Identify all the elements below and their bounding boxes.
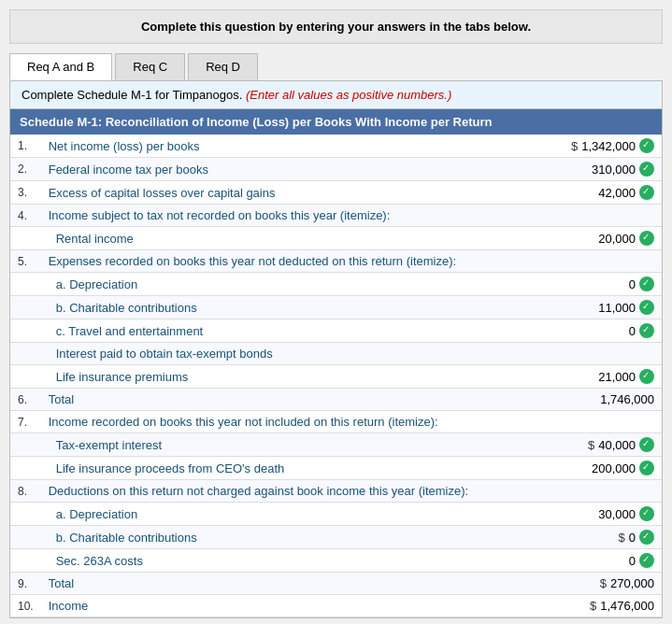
table-row: 2.Federal income tax per books310,000 [10, 158, 662, 181]
row-number: 10. [10, 595, 41, 617]
row-value[interactable]: 11,000 [512, 296, 662, 319]
tab-req-ab-label: Req A and B [27, 60, 94, 74]
row-label: Sec. 263A costs [41, 549, 512, 573]
check-icon [639, 138, 654, 153]
row-label: Federal income tax per books [41, 158, 512, 181]
check-icon [639, 553, 654, 568]
row-value[interactable]: 1,746,000 [512, 389, 662, 411]
check-icon [639, 277, 654, 291]
check-icon [639, 231, 654, 246]
row-value[interactable]: $40,000 [512, 433, 662, 457]
row-number [10, 273, 41, 296]
table-row: a. Depreciation0 [10, 273, 662, 296]
check-icon [639, 300, 654, 315]
row-number [10, 296, 41, 319]
table-row: 7.Income recorded on books this year not… [10, 411, 662, 433]
row-label: Income recorded on books this year not i… [41, 411, 512, 433]
value-text: 310,000 [592, 163, 636, 177]
table-row: c. Travel and entertainment0 [10, 319, 662, 343]
row-label: Net income (loss) per books [41, 135, 512, 158]
row-value [512, 343, 662, 365]
table-row: 1.Net income (loss) per books$1,342,000 [10, 135, 662, 158]
row-number [10, 227, 41, 250]
row-value[interactable]: 0 [512, 549, 662, 573]
row-label: Income subject to tax not recorded on bo… [41, 205, 512, 227]
row-label: Income [41, 595, 512, 617]
row-value[interactable]: $1,476,000 [512, 595, 662, 617]
dollar-sign: $ [619, 531, 625, 545]
dollar-sign: $ [600, 576, 607, 590]
row-number: 2. [10, 158, 41, 181]
row-value [512, 411, 662, 433]
row-value[interactable]: 42,000 [512, 181, 662, 205]
check-icon [639, 369, 654, 384]
schedule-table: Schedule M-1: Reconciliation of Income (… [10, 109, 662, 617]
value-text: 0 [629, 277, 636, 291]
row-value[interactable]: $1,342,000 [512, 135, 662, 158]
row-label: Total [41, 389, 512, 411]
value-text: 40,000 [598, 438, 636, 452]
row-label: Expenses recorded on books this year not… [41, 250, 512, 273]
row-number [10, 503, 41, 526]
table-row: Life insurance proceeds from CEO's death… [10, 457, 662, 480]
tab-req-d[interactable]: Req D [188, 53, 258, 80]
row-value [512, 480, 662, 503]
schedule-instruction-note: (Enter all values as positive numbers.) [246, 88, 451, 102]
dollar-sign: $ [590, 599, 596, 613]
row-value [512, 250, 662, 273]
schedule-instruction: Complete Schedule M-1 for Timpanogos. (E… [10, 81, 662, 109]
row-label: Life insurance proceeds from CEO's death [41, 457, 512, 480]
row-value[interactable]: 0 [512, 319, 662, 343]
tabs-bar: Req A and B Req C Req D [9, 53, 663, 80]
table-row: 8.Deductions on this return not charged … [10, 480, 662, 503]
table-row: 4.Income subject to tax not recorded on … [10, 205, 662, 227]
table-row: 9.Total$270,000 [10, 573, 662, 595]
table-row: Sec. 263A costs0 [10, 549, 662, 573]
table-row: Interest paid to obtain tax-exempt bonds [10, 343, 662, 365]
row-number [10, 549, 41, 573]
row-label: Excess of capital losses over capital ga… [41, 181, 512, 205]
row-label: c. Travel and entertainment [41, 319, 512, 343]
table-row: Life insurance premiums21,000 [10, 365, 662, 389]
tab-req-c[interactable]: Req C [115, 53, 185, 80]
check-icon [639, 323, 654, 338]
value-text: 1,746,000 [600, 392, 654, 406]
row-number [10, 343, 41, 365]
row-label: Rental income [41, 227, 512, 250]
row-label: Life insurance premiums [41, 365, 512, 389]
row-number: 4. [10, 205, 41, 227]
row-number: 6. [10, 389, 41, 411]
row-label: Tax-exempt interest [41, 433, 512, 457]
tab-req-ab[interactable]: Req A and B [9, 53, 112, 80]
row-value[interactable]: $0 [512, 526, 662, 549]
dollar-sign: $ [571, 139, 578, 153]
instruction-box: Complete this question by entering your … [9, 9, 663, 44]
table-row: 10.Income$1,476,000 [10, 595, 662, 617]
row-number: 1. [10, 135, 41, 158]
value-text: 11,000 [598, 301, 636, 315]
value-text: 0 [629, 531, 636, 545]
row-value[interactable]: 310,000 [512, 158, 662, 181]
check-icon [639, 530, 654, 545]
row-value[interactable]: 21,000 [512, 365, 662, 389]
row-number [10, 319, 41, 343]
row-value[interactable]: 200,000 [512, 457, 662, 480]
row-number: 9. [10, 573, 41, 595]
check-icon [639, 506, 654, 521]
row-label: a. Depreciation [41, 273, 512, 296]
row-value[interactable]: $270,000 [512, 573, 662, 595]
table-row: b. Charitable contributions$0 [10, 526, 662, 549]
row-value[interactable]: 20,000 [512, 227, 662, 250]
row-value[interactable]: 30,000 [512, 503, 662, 526]
check-icon [639, 437, 654, 452]
row-label: Total [41, 573, 512, 595]
table-row: Rental income20,000 [10, 227, 662, 250]
content-area: Complete Schedule M-1 for Timpanogos. (E… [9, 80, 663, 618]
table-row: a. Depreciation30,000 [10, 503, 662, 526]
table-row: b. Charitable contributions11,000 [10, 296, 662, 319]
row-value[interactable]: 0 [512, 273, 662, 296]
row-number: 8. [10, 480, 41, 503]
row-label: b. Charitable contributions [41, 526, 512, 549]
table-row: 5.Expenses recorded on books this year n… [10, 250, 662, 273]
row-number [10, 365, 41, 389]
